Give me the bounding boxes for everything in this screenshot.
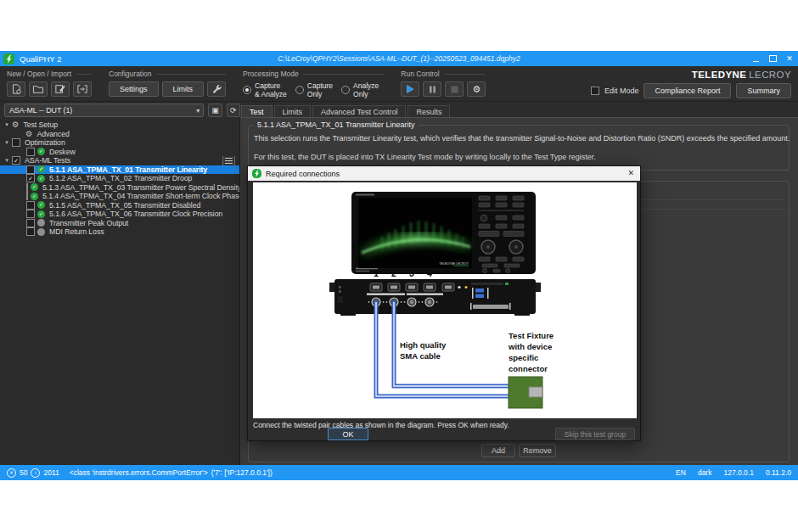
tab-results[interactable]: Results — [407, 105, 450, 117]
svg-text:specific: specific — [509, 353, 538, 362]
import-icon — [76, 84, 88, 94]
add-button[interactable]: Add — [481, 444, 515, 457]
run-button[interactable] — [401, 81, 419, 97]
tab-limits[interactable]: Limits — [274, 105, 312, 117]
settings-button[interactable]: Settings — [109, 81, 159, 97]
radio-icon — [295, 86, 304, 94]
session-path: C:\LeCroy\QPHY2\Sessions\ASA-ML--DUT_(1)… — [278, 54, 520, 63]
session-selector-row: ASA-ML -- DUT (1) ▾ ▣ ⟳ — [0, 102, 240, 119]
tree-item-tx04-clock-phase[interactable]: ✓ 5.1.4 ASA_TPMA_TX_04 Transmitter Short… — [0, 192, 239, 201]
new-session-button[interactable] — [7, 81, 25, 97]
dialog-close-icon[interactable]: ✕ — [627, 166, 634, 181]
stop-button[interactable] — [445, 81, 464, 97]
play-icon — [406, 85, 414, 93]
status-pass-icon: ✓ — [37, 201, 45, 209]
item-checkbox[interactable] — [26, 201, 35, 210]
group-label: Configuration — [109, 70, 226, 78]
edit-mode-checkbox[interactable] — [591, 87, 599, 95]
pause-icon — [429, 86, 436, 93]
tree-item-tx-peak-output[interactable]: Transmitter Peak Output — [0, 219, 239, 228]
tab-advanced-test-control[interactable]: Advanced Test Control — [312, 105, 406, 117]
tree-item-tx02-droop[interactable]: ✓ ✓ 5.1.2 ASA_TPMA_TX_02 Transmitter Dro… — [0, 174, 239, 183]
test-group-menu-button[interactable] — [222, 156, 235, 165]
svg-text:4: 4 — [427, 268, 432, 278]
radio-analyze-only[interactable]: AnalyzeOnly — [341, 81, 379, 98]
list-icon — [225, 158, 233, 164]
refresh-session-button[interactable]: ⟳ — [227, 104, 240, 117]
test-description-box: 5.1.1 ASA_TPMA_TX_01 Transmitter Lineari… — [248, 125, 790, 171]
status-led-white — [458, 286, 460, 288]
test-fixture-pcb — [509, 377, 542, 408]
item-checkbox[interactable] — [26, 192, 28, 200]
item-checkbox[interactable] — [26, 210, 35, 218]
status-pending-icon — [37, 219, 45, 227]
tree-item-tx05-disabled[interactable]: ✓ 5.1.5 ASA_TPMA_TX_05 Transmitter Disab… — [0, 201, 239, 210]
remove-button[interactable]: Remove — [519, 444, 556, 457]
dut-view-button[interactable]: ▣ — [208, 104, 222, 117]
window-titlebar: QualiPHY 2 C:\LeCroy\QPHY2\Sessions\ASA-… — [0, 51, 798, 66]
item-checkbox[interactable] — [12, 138, 20, 147]
open-session-button[interactable] — [29, 81, 48, 97]
svg-text:1: 1 — [374, 268, 379, 278]
svg-text:with device: with device — [508, 342, 552, 351]
tools-button[interactable] — [207, 81, 226, 97]
item-checkbox[interactable] — [26, 219, 35, 227]
import-session-button[interactable] — [73, 81, 92, 97]
tree-item-test-setup[interactable]: ▾ ⚙ Test Setup — [0, 120, 239, 130]
gear-icon: ⚙ — [25, 130, 32, 138]
diagram-annotations: High quality SMA cable Test Fixture with… — [400, 331, 554, 373]
test-description-line2: For this test, the DUT is placed into TX… — [254, 153, 596, 161]
error-count-icon: ✕ — [7, 468, 16, 478]
test-title: 5.1.1 ASA_TPMA_TX_01 Transmitter Lineari… — [254, 120, 419, 129]
radio-capture-only[interactable]: CaptureOnly — [295, 81, 333, 98]
expander-icon[interactable]: ▾ — [3, 138, 10, 147]
stop-icon — [451, 86, 458, 93]
tree-item-tx01-linearity[interactable]: ✓ 5.1.1 ASA_TPMA_TX_01 Transmitter Linea… — [0, 165, 239, 175]
teledyne-lecroy-logo: TELEDYNELECROY — [591, 70, 791, 80]
edit-session-button[interactable] — [51, 81, 70, 97]
session-dropdown-value: ASA-ML -- DUT (1) — [9, 106, 72, 115]
group-label: Processing Mode — [243, 70, 384, 78]
tree-item-tx03-psd[interactable]: ✓ 5.1.3 ASA_TPMA_TX_03 Transmitter Power… — [0, 183, 239, 193]
item-checkbox[interactable] — [26, 148, 35, 156]
limits-button[interactable]: Limits — [162, 81, 205, 97]
tree-item-advanced[interactable]: ⚙ Advanced — [0, 130, 239, 139]
status-language[interactable]: EN — [676, 468, 686, 477]
expander-icon[interactable]: ▾ — [3, 120, 10, 129]
test-description-line1: This selection runs the Transmitter Line… — [254, 134, 790, 143]
tree-item-asa-ml-tests[interactable]: ▾ ✓ ASA-ML Tests — [0, 156, 239, 165]
tree-item-mdi-return-loss[interactable]: MDI Return Loss — [0, 227, 239, 237]
item-checkbox[interactable] — [26, 227, 35, 236]
item-checkbox[interactable]: ✓ — [12, 156, 20, 165]
radio-capture-analyze[interactable]: Capture& Analyze — [243, 81, 287, 98]
status-theme[interactable]: dark — [698, 468, 712, 477]
status-pass-icon: ✓ — [37, 148, 45, 155]
tree-item-tx06-clock-precision[interactable]: ✓ 5.1.6 ASA_TPMA_TX_06 Transmitter Clock… — [0, 210, 239, 219]
status-pending-icon — [37, 228, 45, 236]
tree-item-optimization[interactable]: ▾ Optimization — [0, 138, 239, 148]
gear-icon: ⚙ — [12, 120, 19, 129]
skip-test-group-button[interactable]: Skip this test group — [555, 428, 635, 440]
run-settings-button[interactable]: ⚙ — [467, 81, 486, 97]
close-button[interactable]: ✕ — [781, 51, 798, 66]
new-file-icon — [10, 84, 22, 94]
ok-button[interactable]: OK — [328, 428, 368, 440]
restore-button[interactable] — [764, 51, 781, 66]
minimize-button[interactable] — [747, 51, 764, 66]
compliance-report-button[interactable]: Compliance Report — [643, 83, 731, 98]
item-checkbox[interactable] — [26, 183, 28, 192]
tab-test[interactable]: Test — [241, 105, 273, 117]
session-dropdown[interactable]: ASA-ML -- DUT (1) ▾ — [4, 104, 204, 117]
item-checkbox[interactable]: ✓ — [26, 174, 35, 182]
status-host: 127.0.0.1 — [723, 468, 753, 477]
tree-item-deskew[interactable]: ✓ Deskew — [0, 148, 239, 157]
item-checkbox[interactable] — [26, 165, 35, 174]
edit-file-icon — [54, 84, 66, 94]
status-version: 0.11.2.0 — [766, 468, 791, 477]
expander-icon[interactable]: ▾ — [3, 156, 10, 165]
group-run-control: Run Control ⚙ — [401, 66, 494, 101]
summary-button[interactable]: Summary — [736, 83, 791, 98]
status-message-detail: ('7': ['IP:127.0.0.1']) — [211, 468, 273, 477]
pause-button[interactable] — [423, 81, 441, 97]
required-connections-dialog: Required connections ✕ — [247, 165, 641, 441]
